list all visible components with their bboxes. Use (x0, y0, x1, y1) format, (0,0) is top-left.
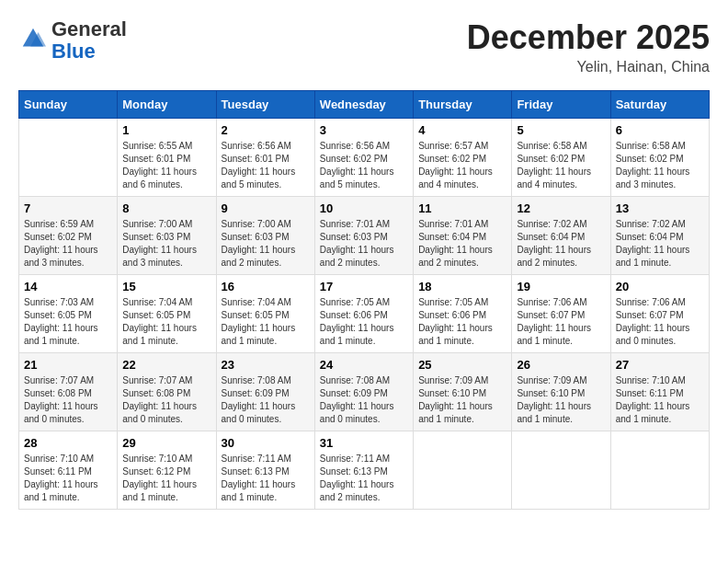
day-info: Sunrise: 7:01 AM Sunset: 6:04 PM Dayligh… (418, 218, 506, 270)
day-number: 26 (517, 358, 605, 372)
title-area: December 2025 Yelin, Hainan, China (467, 18, 710, 75)
calendar-cell: 13Sunrise: 7:02 AM Sunset: 6:04 PM Dayli… (610, 197, 709, 275)
calendar-cell: 30Sunrise: 7:11 AM Sunset: 6:13 PM Dayli… (216, 431, 314, 510)
day-info: Sunrise: 7:08 AM Sunset: 6:09 PM Dayligh… (320, 374, 408, 426)
day-number: 27 (616, 358, 704, 372)
calendar-cell: 10Sunrise: 7:01 AM Sunset: 6:03 PM Dayli… (314, 197, 413, 275)
calendar-cell: 27Sunrise: 7:10 AM Sunset: 6:11 PM Dayli… (610, 353, 709, 431)
day-number: 24 (320, 358, 408, 372)
day-info: Sunrise: 7:06 AM Sunset: 6:07 PM Dayligh… (517, 296, 605, 348)
day-info: Sunrise: 7:04 AM Sunset: 6:05 PM Dayligh… (222, 296, 310, 348)
logo-icon (20, 26, 46, 52)
calendar-cell: 26Sunrise: 7:09 AM Sunset: 6:10 PM Dayli… (512, 353, 610, 431)
calendar-cell: 7Sunrise: 6:59 AM Sunset: 6:02 PM Daylig… (19, 197, 118, 275)
day-number: 28 (24, 436, 112, 450)
calendar-week-2: 7Sunrise: 6:59 AM Sunset: 6:02 PM Daylig… (19, 197, 710, 275)
day-number: 4 (418, 123, 506, 137)
day-info: Sunrise: 6:55 AM Sunset: 6:01 PM Dayligh… (122, 140, 210, 191)
location: Yelin, Hainan, China (467, 59, 710, 75)
calendar-cell (414, 431, 512, 510)
day-info: Sunrise: 7:09 AM Sunset: 6:10 PM Dayligh… (418, 374, 506, 426)
calendar-cell (512, 431, 610, 510)
day-number: 22 (122, 358, 210, 372)
day-number: 23 (222, 358, 310, 372)
day-number: 5 (517, 123, 605, 137)
weekday-saturday: Saturday (610, 91, 709, 119)
calendar-cell: 24Sunrise: 7:08 AM Sunset: 6:09 PM Dayli… (314, 353, 413, 431)
day-info: Sunrise: 7:04 AM Sunset: 6:05 PM Dayligh… (122, 296, 210, 348)
calendar-cell: 8Sunrise: 7:00 AM Sunset: 6:03 PM Daylig… (118, 197, 216, 275)
weekday-wednesday: Wednesday (314, 91, 413, 119)
calendar-cell: 14Sunrise: 7:03 AM Sunset: 6:05 PM Dayli… (19, 275, 118, 353)
day-number: 14 (24, 280, 112, 293)
calendar-cell: 11Sunrise: 7:01 AM Sunset: 6:04 PM Dayli… (414, 197, 512, 275)
calendar-cell: 22Sunrise: 7:07 AM Sunset: 6:08 PM Dayli… (118, 353, 216, 431)
calendar-week-5: 28Sunrise: 7:10 AM Sunset: 6:11 PM Dayli… (19, 431, 710, 510)
day-info: Sunrise: 7:02 AM Sunset: 6:04 PM Dayligh… (517, 218, 605, 270)
day-info: Sunrise: 6:56 AM Sunset: 6:02 PM Dayligh… (320, 140, 408, 191)
day-info: Sunrise: 7:10 AM Sunset: 6:11 PM Dayligh… (24, 453, 112, 504)
calendar-week-1: 1Sunrise: 6:55 AM Sunset: 6:01 PM Daylig… (19, 119, 710, 197)
day-info: Sunrise: 7:08 AM Sunset: 6:09 PM Dayligh… (222, 374, 310, 426)
day-number: 12 (517, 201, 605, 215)
day-info: Sunrise: 6:56 AM Sunset: 6:01 PM Dayligh… (222, 140, 310, 191)
day-info: Sunrise: 7:10 AM Sunset: 6:11 PM Dayligh… (616, 374, 704, 426)
calendar-cell: 16Sunrise: 7:04 AM Sunset: 6:05 PM Dayli… (216, 275, 314, 353)
day-info: Sunrise: 7:03 AM Sunset: 6:05 PM Dayligh… (24, 296, 112, 348)
day-number: 17 (320, 280, 408, 293)
day-number: 8 (122, 201, 210, 215)
calendar-cell: 29Sunrise: 7:10 AM Sunset: 6:12 PM Dayli… (118, 431, 216, 510)
calendar-cell: 12Sunrise: 7:02 AM Sunset: 6:04 PM Dayli… (512, 197, 610, 275)
day-info: Sunrise: 7:11 AM Sunset: 6:13 PM Dayligh… (222, 453, 310, 504)
calendar-body: 1Sunrise: 6:55 AM Sunset: 6:01 PM Daylig… (19, 119, 710, 510)
logo: General Blue (18, 18, 127, 63)
page-header: General Blue December 2025 Yelin, Hainan… (18, 18, 710, 75)
calendar-cell: 3Sunrise: 6:56 AM Sunset: 6:02 PM Daylig… (314, 119, 413, 197)
day-number: 11 (418, 201, 506, 215)
day-info: Sunrise: 7:06 AM Sunset: 6:07 PM Dayligh… (616, 296, 704, 348)
day-info: Sunrise: 6:58 AM Sunset: 6:02 PM Dayligh… (616, 140, 704, 191)
calendar-cell: 17Sunrise: 7:05 AM Sunset: 6:06 PM Dayli… (314, 275, 413, 353)
weekday-thursday: Thursday (414, 91, 512, 119)
day-number: 16 (222, 280, 310, 293)
calendar-week-3: 14Sunrise: 7:03 AM Sunset: 6:05 PM Dayli… (19, 275, 710, 353)
day-number: 10 (320, 201, 408, 215)
calendar-cell: 4Sunrise: 6:57 AM Sunset: 6:02 PM Daylig… (414, 119, 512, 197)
calendar-cell: 18Sunrise: 7:05 AM Sunset: 6:06 PM Dayli… (414, 275, 512, 353)
calendar-week-4: 21Sunrise: 7:07 AM Sunset: 6:08 PM Dayli… (19, 353, 710, 431)
weekday-monday: Monday (118, 91, 216, 119)
day-number: 18 (418, 280, 506, 293)
calendar-cell: 19Sunrise: 7:06 AM Sunset: 6:07 PM Dayli… (512, 275, 610, 353)
weekday-sunday: Sunday (19, 91, 118, 119)
weekday-tuesday: Tuesday (216, 91, 314, 119)
calendar-cell: 2Sunrise: 6:56 AM Sunset: 6:01 PM Daylig… (216, 119, 314, 197)
logo-blue: Blue (51, 40, 96, 63)
day-number: 15 (122, 280, 210, 293)
day-number: 21 (24, 358, 112, 372)
calendar-cell: 25Sunrise: 7:09 AM Sunset: 6:10 PM Dayli… (414, 353, 512, 431)
day-info: Sunrise: 7:05 AM Sunset: 6:06 PM Dayligh… (320, 296, 408, 348)
weekday-friday: Friday (512, 91, 610, 119)
calendar-cell: 31Sunrise: 7:11 AM Sunset: 6:13 PM Dayli… (314, 431, 413, 510)
day-info: Sunrise: 7:10 AM Sunset: 6:12 PM Dayligh… (122, 453, 210, 504)
calendar-cell: 20Sunrise: 7:06 AM Sunset: 6:07 PM Dayli… (610, 275, 709, 353)
calendar-cell: 9Sunrise: 7:00 AM Sunset: 6:03 PM Daylig… (216, 197, 314, 275)
calendar-table: SundayMondayTuesdayWednesdayThursdayFrid… (18, 90, 710, 510)
day-number: 19 (517, 280, 605, 293)
calendar-cell: 15Sunrise: 7:04 AM Sunset: 6:05 PM Dayli… (118, 275, 216, 353)
day-info: Sunrise: 7:01 AM Sunset: 6:03 PM Dayligh… (320, 218, 408, 270)
day-info: Sunrise: 7:07 AM Sunset: 6:08 PM Dayligh… (24, 374, 112, 426)
day-number: 2 (222, 123, 310, 137)
calendar-cell: 1Sunrise: 6:55 AM Sunset: 6:01 PM Daylig… (118, 119, 216, 197)
day-number: 6 (616, 123, 704, 137)
calendar-cell (19, 119, 118, 197)
day-number: 7 (24, 201, 112, 215)
calendar-cell: 6Sunrise: 6:58 AM Sunset: 6:02 PM Daylig… (610, 119, 709, 197)
day-info: Sunrise: 7:09 AM Sunset: 6:10 PM Dayligh… (517, 374, 605, 426)
logo-general: General (51, 17, 127, 40)
day-number: 29 (122, 436, 210, 450)
day-info: Sunrise: 7:02 AM Sunset: 6:04 PM Dayligh… (616, 218, 704, 270)
month-title: December 2025 (467, 18, 710, 57)
day-number: 1 (122, 123, 210, 137)
calendar-cell: 5Sunrise: 6:58 AM Sunset: 6:02 PM Daylig… (512, 119, 610, 197)
